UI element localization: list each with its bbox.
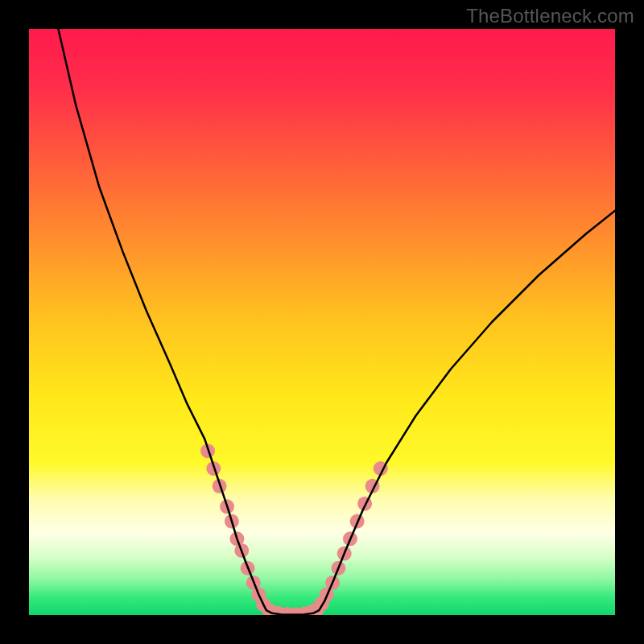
chart-frame: TheBottleneck.com — [0, 0, 644, 644]
marker-group — [200, 444, 388, 615]
marker-dot — [357, 497, 372, 511]
plot-area — [29, 29, 615, 615]
watermark-text: TheBottleneck.com — [466, 5, 634, 27]
curve-layer — [29, 29, 615, 615]
v-curve — [58, 29, 615, 615]
